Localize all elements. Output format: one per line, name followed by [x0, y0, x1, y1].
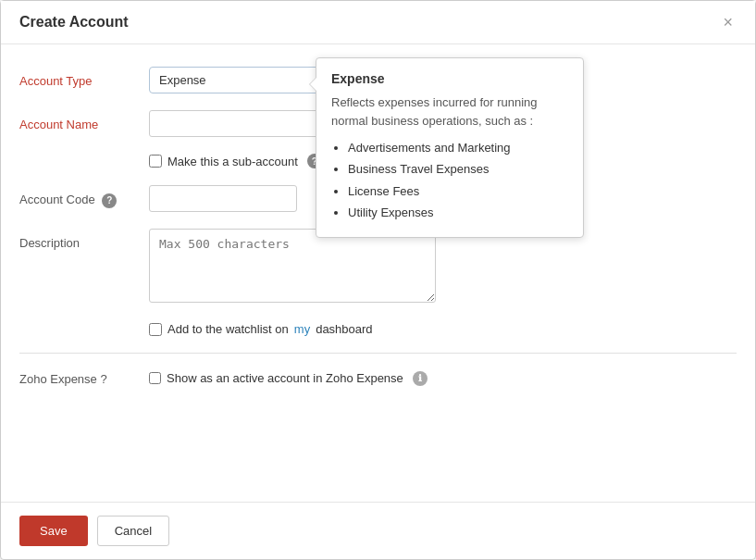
expense-tooltip-popup: Expense Reflects expenses incurred for r…: [316, 57, 584, 238]
cancel-button[interactable]: Cancel: [97, 516, 169, 546]
dialog-header: Create Account ×: [1, 1, 755, 44]
watchlist-checkbox[interactable]: [149, 323, 162, 336]
watchlist-row: Add to the watchlist on my dashboard: [149, 322, 737, 336]
save-button[interactable]: Save: [19, 516, 88, 546]
account-code-help-icon[interactable]: ?: [102, 193, 117, 208]
dialog-footer: Save Cancel: [1, 502, 755, 559]
account-type-label: Account Type: [19, 67, 149, 88]
close-button[interactable]: ×: [719, 14, 737, 31]
account-name-label: Account Name: [19, 110, 149, 131]
watchlist-label-post: dashboard: [316, 322, 372, 336]
tooltip-description: Reflects expenses incurred for running n…: [331, 93, 568, 130]
sub-account-label: Make this a sub-account: [167, 155, 298, 168]
description-row: Description: [19, 229, 737, 305]
section-divider: [19, 353, 737, 354]
watchlist-link[interactable]: my: [294, 322, 310, 336]
tooltip-list-item: Business Travel Expenses: [348, 158, 568, 180]
account-code-label: Account Code ?: [19, 185, 149, 208]
zoho-active-label: Show as an active account in Zoho Expens…: [167, 371, 403, 385]
dialog-body: Account Type Expense Income Asset Liabil…: [1, 44, 755, 502]
tooltip-list-item: Utility Expenses: [348, 202, 568, 223]
tooltip-list-item: Advertisements and Marketing: [348, 137, 568, 158]
tooltip-list-item: License Fees: [348, 180, 568, 202]
sub-account-checkbox[interactable]: [149, 155, 162, 168]
account-code-input[interactable]: [149, 185, 297, 212]
zoho-expense-row: Zoho Expense ? Show as an active account…: [19, 370, 737, 386]
watchlist-label-pre: Add to the watchlist on: [167, 322, 289, 336]
description-control: [149, 229, 737, 305]
zoho-expense-label: Zoho Expense ?: [19, 370, 149, 386]
description-textarea[interactable]: [149, 229, 436, 303]
zoho-active-help-icon[interactable]: ℹ: [413, 371, 428, 386]
dialog-title: Create Account: [19, 14, 129, 31]
tooltip-title: Expense: [331, 71, 568, 86]
tooltip-list: Advertisements and Marketing Business Tr…: [331, 137, 568, 224]
zoho-expense-control: Show as an active account in Zoho Expens…: [149, 371, 428, 386]
zoho-active-checkbox[interactable]: [149, 372, 161, 384]
description-label: Description: [19, 229, 149, 250]
account-type-row: Account Type Expense Income Asset Liabil…: [19, 67, 737, 93]
create-account-dialog: Create Account × Account Type Expense In…: [0, 0, 756, 560]
